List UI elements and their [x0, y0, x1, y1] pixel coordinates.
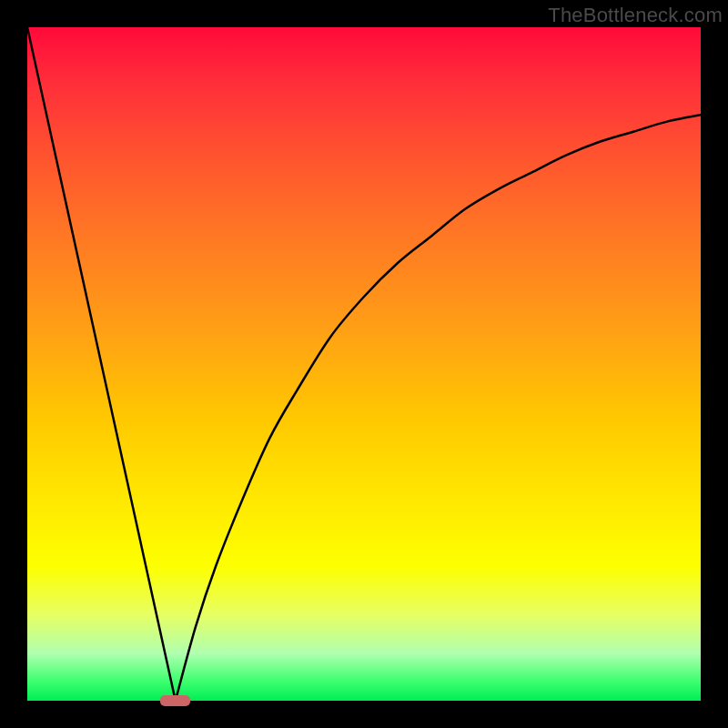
- bottleneck-curve: [27, 27, 701, 701]
- chart-frame: [27, 27, 701, 701]
- watermark-label: TheBottleneck.com: [548, 4, 723, 27]
- curve-svg: [27, 27, 701, 701]
- plot-area: [27, 27, 701, 701]
- minimum-marker: [160, 695, 190, 705]
